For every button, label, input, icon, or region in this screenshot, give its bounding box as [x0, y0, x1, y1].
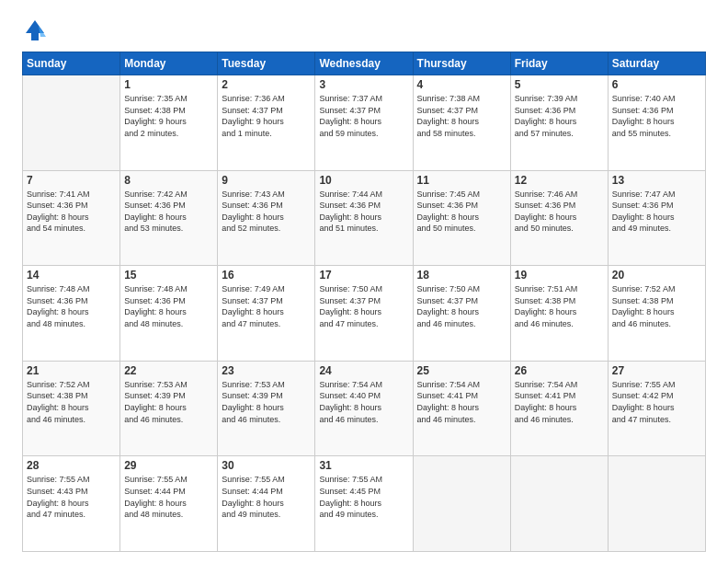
- day-number: 2: [222, 78, 311, 91]
- cell-text-line: and 46 minutes.: [515, 414, 604, 426]
- cell-text-line: Sunrise: 7:55 AM: [27, 474, 116, 486]
- cell-text-line: and 46 minutes.: [417, 414, 506, 426]
- calendar-header-cell: Thursday: [413, 52, 510, 75]
- cell-text-line: and 50 minutes.: [515, 223, 604, 235]
- cell-text-line: and 48 minutes.: [124, 318, 213, 330]
- cell-text-line: Daylight: 8 hours: [27, 212, 116, 224]
- day-number: 27: [612, 364, 701, 377]
- cell-text-line: Daylight: 8 hours: [319, 306, 408, 318]
- day-number: 4: [417, 78, 506, 91]
- cell-text-line: Sunrise: 7:53 AM: [124, 379, 213, 391]
- calendar-cell: 6Sunrise: 7:40 AMSunset: 4:36 PMDaylight…: [608, 75, 705, 171]
- day-number: 13: [612, 174, 701, 187]
- cell-text-line: Sunrise: 7:55 AM: [612, 379, 701, 391]
- calendar-cell: [510, 456, 608, 552]
- cell-text-line: Sunrise: 7:44 AM: [319, 189, 408, 201]
- day-number: 25: [417, 364, 506, 377]
- cell-text-line: Sunrise: 7:54 AM: [515, 379, 604, 391]
- cell-text-line: Sunrise: 7:54 AM: [417, 379, 506, 391]
- day-number: 20: [612, 269, 701, 282]
- header: [22, 17, 706, 42]
- cell-text-line: Daylight: 8 hours: [222, 498, 311, 510]
- cell-text-line: and 50 minutes.: [417, 223, 506, 235]
- cell-text-line: Daylight: 8 hours: [612, 402, 701, 414]
- cell-text-line: and 1 minute.: [222, 128, 311, 140]
- cell-text-line: and 46 minutes.: [515, 318, 604, 330]
- cell-text-line: Daylight: 8 hours: [417, 212, 506, 224]
- calendar-cell: 17Sunrise: 7:50 AMSunset: 4:37 PMDayligh…: [315, 266, 413, 362]
- cell-text-line: Daylight: 8 hours: [222, 306, 311, 318]
- cell-text-line: Sunrise: 7:49 AM: [222, 283, 311, 295]
- day-number: 17: [319, 269, 408, 282]
- calendar-week-row: 1Sunrise: 7:35 AMSunset: 4:38 PMDaylight…: [23, 75, 706, 171]
- calendar-cell: 9Sunrise: 7:43 AMSunset: 4:36 PMDaylight…: [218, 170, 315, 266]
- day-number: 21: [27, 364, 116, 377]
- cell-text-line: Sunrise: 7:52 AM: [27, 379, 116, 391]
- calendar-cell: 2Sunrise: 7:36 AMSunset: 4:37 PMDaylight…: [218, 75, 315, 171]
- calendar-cell: 10Sunrise: 7:44 AMSunset: 4:36 PMDayligh…: [315, 170, 413, 266]
- cell-text-line: Daylight: 8 hours: [124, 306, 213, 318]
- cell-text-line: Daylight: 9 hours: [124, 116, 213, 128]
- cell-text-line: Daylight: 8 hours: [27, 306, 116, 318]
- cell-text-line: Sunset: 4:36 PM: [612, 105, 701, 117]
- cell-text-line: Daylight: 8 hours: [319, 212, 408, 224]
- cell-text-line: Sunrise: 7:47 AM: [612, 189, 701, 201]
- cell-text-line: Sunset: 4:40 PM: [319, 390, 408, 402]
- day-number: 22: [124, 364, 213, 377]
- day-number: 16: [222, 269, 311, 282]
- cell-text-line: and 55 minutes.: [612, 128, 701, 140]
- cell-text-line: Sunset: 4:41 PM: [417, 390, 506, 402]
- cell-text-line: Daylight: 8 hours: [612, 212, 701, 224]
- day-number: 15: [124, 269, 213, 282]
- calendar-cell: 31Sunrise: 7:55 AMSunset: 4:45 PMDayligh…: [315, 456, 413, 552]
- cell-text-line: Sunrise: 7:55 AM: [319, 474, 408, 486]
- cell-text-line: Sunrise: 7:39 AM: [515, 93, 604, 105]
- cell-text-line: Daylight: 8 hours: [515, 402, 604, 414]
- day-number: 8: [124, 174, 213, 187]
- cell-text-line: Sunrise: 7:43 AM: [222, 189, 311, 201]
- cell-text-line: Sunset: 4:43 PM: [27, 486, 116, 498]
- cell-text-line: and 53 minutes.: [124, 223, 213, 235]
- calendar-header-cell: Saturday: [608, 52, 705, 75]
- cell-text-line: Sunset: 4:37 PM: [319, 295, 408, 307]
- cell-text-line: Sunset: 4:45 PM: [319, 486, 408, 498]
- day-number: 5: [515, 78, 604, 91]
- cell-text-line: Daylight: 8 hours: [27, 402, 116, 414]
- cell-text-line: Sunrise: 7:54 AM: [319, 379, 408, 391]
- calendar-cell: 15Sunrise: 7:48 AMSunset: 4:36 PMDayligh…: [120, 266, 218, 362]
- cell-text-line: Daylight: 8 hours: [612, 116, 701, 128]
- cell-text-line: Daylight: 8 hours: [612, 306, 701, 318]
- cell-text-line: and 54 minutes.: [27, 223, 116, 235]
- calendar-body: 1Sunrise: 7:35 AMSunset: 4:38 PMDaylight…: [23, 75, 706, 552]
- cell-text-line: Daylight: 8 hours: [124, 212, 213, 224]
- day-number: 28: [27, 459, 116, 472]
- calendar-cell: 8Sunrise: 7:42 AMSunset: 4:36 PMDaylight…: [120, 170, 218, 266]
- cell-text-line: and 46 minutes.: [319, 414, 408, 426]
- calendar-cell: 4Sunrise: 7:38 AMSunset: 4:37 PMDaylight…: [413, 75, 510, 171]
- cell-text-line: Sunrise: 7:50 AM: [417, 283, 506, 295]
- cell-text-line: Sunrise: 7:50 AM: [319, 283, 408, 295]
- cell-text-line: Sunset: 4:37 PM: [417, 295, 506, 307]
- cell-text-line: Sunset: 4:38 PM: [124, 105, 213, 117]
- day-number: 1: [124, 78, 213, 91]
- calendar-header-cell: Monday: [120, 52, 218, 75]
- cell-text-line: Daylight: 8 hours: [515, 116, 604, 128]
- calendar-cell: [23, 75, 120, 171]
- cell-text-line: Sunset: 4:36 PM: [222, 200, 311, 212]
- calendar-cell: [413, 456, 510, 552]
- calendar-cell: 25Sunrise: 7:54 AMSunset: 4:41 PMDayligh…: [413, 361, 510, 456]
- calendar-header-cell: Sunday: [23, 52, 120, 75]
- cell-text-line: Sunset: 4:36 PM: [27, 295, 116, 307]
- calendar-week-row: 28Sunrise: 7:55 AMSunset: 4:43 PMDayligh…: [23, 456, 706, 552]
- calendar-cell: 20Sunrise: 7:52 AMSunset: 4:38 PMDayligh…: [608, 266, 705, 362]
- cell-text-line: Sunrise: 7:46 AM: [515, 189, 604, 201]
- cell-text-line: and 48 minutes.: [124, 509, 213, 521]
- calendar-header-cell: Tuesday: [218, 52, 315, 75]
- cell-text-line: Sunrise: 7:48 AM: [27, 283, 116, 295]
- cell-text-line: Daylight: 9 hours: [222, 116, 311, 128]
- cell-text-line: Daylight: 8 hours: [319, 116, 408, 128]
- calendar-week-row: 7Sunrise: 7:41 AMSunset: 4:36 PMDaylight…: [23, 170, 706, 266]
- calendar-cell: 30Sunrise: 7:55 AMSunset: 4:44 PMDayligh…: [218, 456, 315, 552]
- cell-text-line: Sunrise: 7:55 AM: [222, 474, 311, 486]
- cell-text-line: Sunset: 4:42 PM: [612, 390, 701, 402]
